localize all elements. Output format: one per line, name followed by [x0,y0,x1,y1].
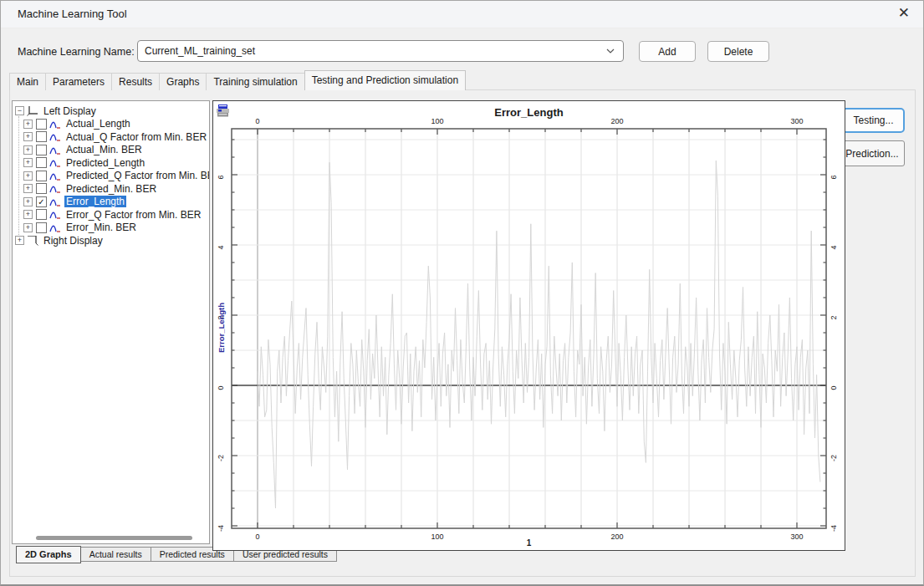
delete-button[interactable]: Delete [707,41,769,62]
checkbox[interactable] [36,131,47,142]
tree-item-label[interactable]: Actual_Length [64,118,132,130]
tree-item[interactable]: + Error_Q Factor from Min. BER [13,208,209,222]
svg-text:0: 0 [255,117,259,125]
svg-text:4: 4 [217,245,225,249]
svg-text:0: 0 [830,385,838,390]
chart-panel: Error_Length 00100100200200300300-4-4-2-… [212,100,845,551]
curve-icon [49,120,61,129]
tab-2d-graphs[interactable]: 2D Graphs [16,546,81,563]
tree-item[interactable]: + Predicted_Length [13,156,209,170]
window-title: Machine Learning Tool [18,8,127,20]
tab-graphs[interactable]: Graphs [159,73,207,90]
titlebar: Machine Learning Tool ✕ [1,1,923,28]
expand-icon[interactable]: + [15,236,24,245]
tree-item-label[interactable]: Right Display [42,235,105,247]
collapse-icon[interactable]: − [15,106,24,115]
svg-text:-4: -4 [830,525,838,532]
svg-text:300: 300 [790,117,803,125]
checkbox[interactable]: ✓ [36,196,47,207]
checkbox[interactable] [36,145,47,155]
tree-item-label[interactable]: Error_Min. BER [64,222,138,233]
expand-icon[interactable]: + [23,132,33,141]
curve-icon [49,145,61,155]
tab-parameters[interactable]: Parameters [45,73,112,90]
tab-testing-and-prediction-simulation[interactable]: Testing and Prediction simulation [304,70,466,90]
svg-text:0: 0 [217,385,225,390]
tree-item-label[interactable]: Actual_Min. BER [64,144,144,155]
y-axis-title: Error_Length [217,303,226,353]
expand-icon[interactable]: + [23,171,33,181]
prediction-button[interactable]: Prediction... [840,140,905,166]
svg-text:4: 4 [830,245,838,249]
checkbox[interactable] [36,183,47,194]
tree-item[interactable]: + Predicted_Q Factor from Min. BER [13,170,209,183]
svg-text:200: 200 [610,117,623,125]
curve-icon [49,132,61,141]
tree-item[interactable]: + Actual_Q Factor from Min. BER [13,130,209,144]
chart-plot: 00100100200200300300-4-4-2-200224466 [213,101,845,550]
svg-text:100: 100 [431,117,443,125]
tree-item-label[interactable]: Error_Q Factor from Min. BER [64,209,202,221]
checkbox[interactable] [36,209,47,220]
tree-item[interactable]: + ✓ Error_Length [13,196,209,209]
svg-text:-4: -4 [217,525,225,532]
tree-item-label[interactable]: Left Display [42,105,98,117]
expand-icon[interactable]: + [23,184,33,193]
tree-item-label[interactable]: Actual_Q Factor from Min. BER [64,131,208,143]
scrollbar-thumb[interactable] [36,536,192,540]
tree-item-label[interactable]: Predicted_Q Factor from Min. BER [64,170,210,181]
x-axis-title: 1 [213,538,845,548]
expand-icon[interactable]: + [23,197,33,206]
horizontal-scrollbar[interactable] [13,535,209,542]
tree-item-label[interactable]: Predicted_Min. BER [64,183,158,195]
tree-item[interactable]: + Actual_Min. BER [13,144,209,157]
right-axes-icon [27,236,38,246]
tree-item[interactable]: + Predicted_Min. BER [13,182,209,196]
svg-text:6: 6 [217,175,225,179]
svg-text:-2: -2 [830,455,838,461]
svg-text:6: 6 [830,175,838,179]
tree-item-right-display[interactable]: + Right Display [13,234,209,247]
curve-icon [49,197,61,206]
curve-icon [49,210,61,219]
curve-icon [49,184,61,193]
expand-icon[interactable]: + [23,120,33,129]
tree-item[interactable]: + Error_Min. BER [13,222,209,235]
checkbox[interactable] [36,119,47,130]
checkbox[interactable] [36,222,47,233]
add-button[interactable]: Add [639,41,696,62]
curve-icon [49,171,61,181]
expand-icon[interactable]: + [23,223,33,232]
close-icon[interactable]: ✕ [898,5,910,22]
chevron-down-icon [606,48,615,54]
checkbox[interactable] [36,171,47,181]
svg-text:-2: -2 [217,455,225,461]
testing-button[interactable]: Testing... [842,108,905,133]
tree-item-left-display[interactable]: − Left Display [13,104,209,118]
tab-training-simulation[interactable]: Training simulation [206,73,304,90]
display-tree-panel: − Left Display + Actual_Length + Actual_… [12,100,210,544]
machine-learning-tool-window: Machine Learning Tool ✕ Machine Learning… [0,0,924,586]
curve-icon [49,223,61,232]
tree-item[interactable]: + Actual_Length [13,118,209,131]
expand-icon[interactable]: + [23,145,33,155]
tab-results[interactable]: Results [111,73,160,90]
ml-name-combobox[interactable]: Current_ML_training_set [137,40,624,62]
tree-item-label[interactable]: Predicted_Length [64,157,146,169]
svg-text:2: 2 [830,315,838,319]
tab-main[interactable]: Main [9,73,46,90]
expand-icon[interactable]: + [23,158,33,167]
ml-name-value: Current_ML_training_set [138,45,606,57]
left-axes-icon [27,106,38,116]
checkbox[interactable] [36,157,47,168]
main-tabbar: Main Parameters Results Graphs Training … [9,71,465,90]
curve-icon [49,158,61,167]
expand-icon[interactable]: + [23,210,33,219]
tab-actual-results[interactable]: Actual results [80,547,151,562]
ml-name-label: Machine Learning Name: [18,46,135,58]
tree-item-label[interactable]: Error_Length [64,196,126,207]
